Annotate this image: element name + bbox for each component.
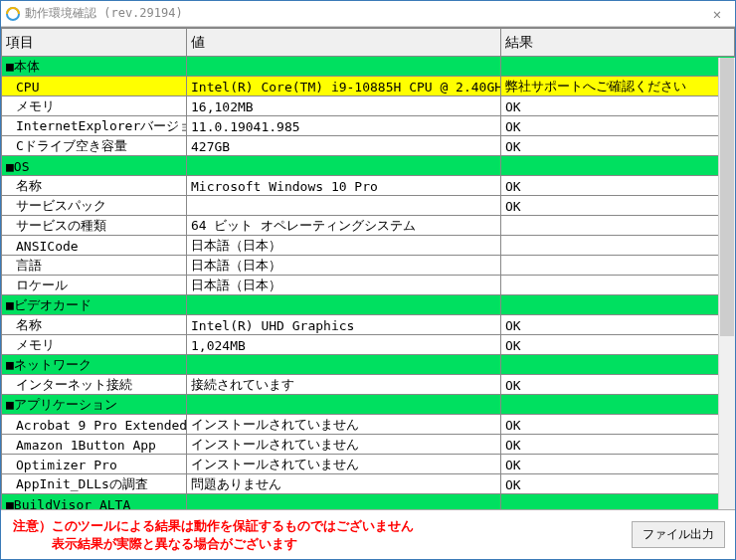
table-row: メモリ16,102MBOK xyxy=(2,96,735,116)
cell-value: 日本語（日本） xyxy=(187,236,501,256)
cell-result xyxy=(501,276,735,295)
table-row: CPUIntel(R) Core(TM) i9-10885H CPU @ 2.4… xyxy=(2,77,735,96)
cell-result: OK xyxy=(501,116,735,136)
cell-item: インターネット接続 xyxy=(2,375,187,395)
cell-result: OK xyxy=(501,315,735,335)
table-row: Optimizer ProインストールされていませんOK xyxy=(2,455,735,474)
cell-item: メモリ xyxy=(2,96,187,116)
section-label: ■OS xyxy=(2,156,187,176)
cell-result: OK xyxy=(501,136,735,156)
table-row: インターネット接続接続されていますOK xyxy=(2,375,735,395)
section-row: ■ビデオカード xyxy=(2,295,735,315)
table-row: InternetExplorerバージョン11.0.19041.985OK xyxy=(2,116,735,136)
section-label: ■BuildVisor ALTA xyxy=(2,494,187,510)
cell-result: OK xyxy=(501,455,735,474)
vertical-scrollbar[interactable] xyxy=(718,58,735,509)
header-value: 値 xyxy=(187,29,501,57)
cell-item: サービスの種類 xyxy=(2,216,187,236)
cell-result: OK xyxy=(501,474,735,494)
cell-value: インストールされていません xyxy=(187,415,501,435)
section-label: ■ネットワーク xyxy=(2,355,187,375)
cell-value: 日本語（日本） xyxy=(187,256,501,276)
table-row: 言語日本語（日本） xyxy=(2,256,735,276)
cell-item: CPU xyxy=(2,77,187,96)
cell-value xyxy=(187,57,501,77)
table-container: 項目 値 結果 ■本体CPUIntel(R) Core(TM) i9-10885… xyxy=(1,27,735,509)
table-row: メモリ1,024MBOK xyxy=(2,335,735,355)
warning-text: 注意）このツールによる結果は動作を保証するものではございません 表示結果が実際と… xyxy=(13,517,632,552)
table-row: サービスパックOK xyxy=(2,196,735,216)
table-row: Acrobat 9 Pro ExtendedインストールされていませんOK xyxy=(2,415,735,435)
table-row: 名称Intel(R) UHD GraphicsOK xyxy=(2,315,735,335)
cell-value: 427GB xyxy=(187,136,501,156)
section-row: ■ネットワーク xyxy=(2,355,735,375)
cell-result: 弊社サポートへご確認ください xyxy=(501,77,735,96)
cell-value: 日本語（日本） xyxy=(187,276,501,295)
cell-value: Microsoft Windows 10 Pro xyxy=(187,176,501,196)
cell-result xyxy=(501,57,735,77)
table-row: Cドライブ空き容量427GBOK xyxy=(2,136,735,156)
cell-result xyxy=(501,256,735,276)
cell-result: OK xyxy=(501,375,735,395)
cell-value: 11.0.19041.985 xyxy=(187,116,501,136)
cell-value: 接続されています xyxy=(187,375,501,395)
cell-result: OK xyxy=(501,415,735,435)
cell-result xyxy=(501,395,735,415)
cell-item: サービスパック xyxy=(2,196,187,216)
header-result: 結果 xyxy=(501,29,735,57)
cell-result xyxy=(501,494,735,510)
cell-item: 名称 xyxy=(2,176,187,196)
cell-item: ロケール xyxy=(2,276,187,295)
cell-value: 64 ビット オペレーティングシステム xyxy=(187,216,501,236)
cell-value: インストールされていません xyxy=(187,435,501,455)
cell-result: OK xyxy=(501,335,735,355)
cell-value: Intel(R) UHD Graphics xyxy=(187,315,501,335)
cell-item: Amazon 1Button App xyxy=(2,435,187,455)
cell-item: 名称 xyxy=(2,315,187,335)
header-item: 項目 xyxy=(2,29,187,57)
table-row: 名称Microsoft Windows 10 ProOK xyxy=(2,176,735,196)
cell-item: メモリ xyxy=(2,335,187,355)
app-window: 動作環境確認 (rev.29194) ✕ 項目 値 結果 ■本体CPUIntel… xyxy=(0,0,736,560)
scrollbar-thumb[interactable] xyxy=(720,58,734,336)
titlebar: 動作環境確認 (rev.29194) ✕ xyxy=(1,1,735,27)
ie-icon xyxy=(5,6,21,22)
cell-value: Intel(R) Core(TM) i9-10885H CPU @ 2.40GH… xyxy=(187,77,501,96)
table-header-row: 項目 値 結果 xyxy=(2,29,735,57)
cell-item: Cドライブ空き容量 xyxy=(2,136,187,156)
cell-value: 1,024MB xyxy=(187,335,501,355)
cell-item: ANSICode xyxy=(2,236,187,256)
cell-result xyxy=(501,355,735,375)
cell-result xyxy=(501,156,735,176)
section-row: ■アプリケーション xyxy=(2,395,735,415)
cell-value: インストールされていません xyxy=(187,455,501,474)
cell-result: OK xyxy=(501,96,735,116)
cell-item: 言語 xyxy=(2,256,187,276)
table-row: ANSICode日本語（日本） xyxy=(2,236,735,256)
cell-result: OK xyxy=(501,435,735,455)
cell-value: 16,102MB xyxy=(187,96,501,116)
cell-value xyxy=(187,395,501,415)
table-row: Amazon 1Button AppインストールされていませんOK xyxy=(2,435,735,455)
env-table: 項目 値 結果 ■本体CPUIntel(R) Core(TM) i9-10885… xyxy=(1,28,735,509)
file-export-button[interactable]: ファイル出力 xyxy=(632,521,725,548)
cell-item: InternetExplorerバージョン xyxy=(2,116,187,136)
cell-value xyxy=(187,196,501,216)
table-row: AppInit_DLLsの調査問題ありませんOK xyxy=(2,474,735,494)
section-row: ■BuildVisor ALTA xyxy=(2,494,735,510)
table-row: ロケール日本語（日本） xyxy=(2,276,735,295)
cell-result xyxy=(501,295,735,315)
cell-result: OK xyxy=(501,176,735,196)
cell-item: AppInit_DLLsの調査 xyxy=(2,474,187,494)
section-label: ■本体 xyxy=(2,57,187,77)
close-button[interactable]: ✕ xyxy=(703,4,731,24)
cell-value xyxy=(187,295,501,315)
cell-value xyxy=(187,355,501,375)
cell-value xyxy=(187,494,501,510)
cell-value: 問題ありません xyxy=(187,474,501,494)
section-label: ■アプリケーション xyxy=(2,395,187,415)
section-label: ■ビデオカード xyxy=(2,295,187,315)
cell-result xyxy=(501,236,735,256)
cell-value xyxy=(187,156,501,176)
window-title: 動作環境確認 (rev.29194) xyxy=(25,5,703,22)
